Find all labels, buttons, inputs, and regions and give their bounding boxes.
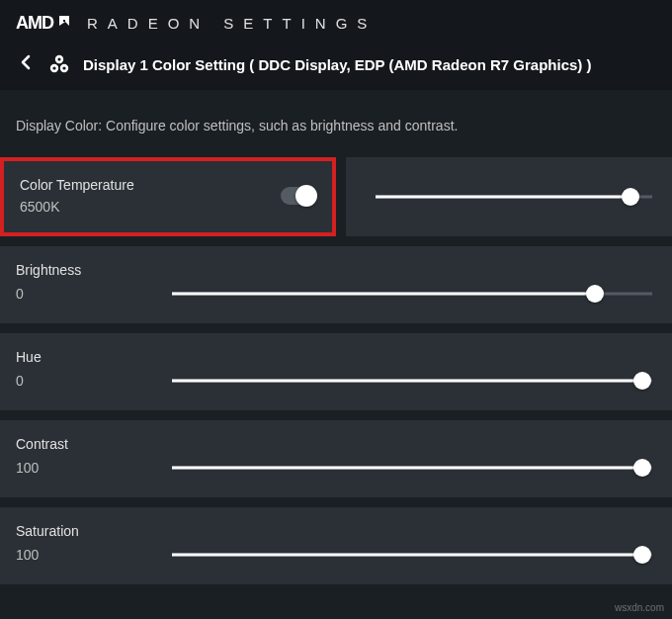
- setting-row-contrast: Contrast100: [0, 420, 672, 497]
- setting-row-saturation: Saturation100: [0, 507, 672, 584]
- page-title: Display 1 Color Setting ( DDC Display, E…: [83, 56, 592, 73]
- setting-row-brightness: Brightness0: [0, 246, 672, 323]
- svg-point-3: [57, 57, 60, 60]
- setting-slider-saturation[interactable]: [172, 545, 652, 565]
- setting-slider-contrast[interactable]: [172, 458, 652, 478]
- setting-slider-hue[interactable]: [172, 371, 652, 391]
- amd-logo: AMD: [16, 12, 73, 35]
- color-temperature-label: Color Temperature: [20, 177, 134, 193]
- svg-point-4: [52, 66, 55, 69]
- amd-arrow-icon: [55, 12, 73, 35]
- brand-row: AMD RADEON SETTINGS: [16, 12, 656, 35]
- nav-row: Display 1 Color Setting ( DDC Display, E…: [16, 52, 656, 76]
- setting-value: 100: [16, 547, 43, 563]
- setting-label: Contrast: [16, 436, 652, 452]
- color-temperature-panel: Color Temperature 6500K: [0, 157, 336, 236]
- app-header: AMD RADEON SETTINGS Display 1 Color Sett…: [0, 0, 672, 90]
- setting-label: Hue: [16, 349, 652, 365]
- color-temperature-slider-panel: [346, 157, 672, 236]
- setting-slider-brightness[interactable]: [172, 284, 652, 304]
- amd-logo-text: AMD: [16, 13, 53, 34]
- toggle-thumb-icon: [295, 185, 317, 207]
- setting-label: Brightness: [16, 262, 652, 278]
- radeon-icon: [47, 52, 71, 76]
- setting-value: 0: [16, 286, 43, 302]
- watermark: wsxdn.com: [615, 602, 664, 613]
- svg-point-5: [62, 66, 65, 69]
- color-temperature-row: Color Temperature 6500K: [0, 157, 672, 236]
- setting-value: 0: [16, 373, 43, 389]
- back-button[interactable]: [16, 54, 36, 75]
- color-temperature-value: 6500K: [20, 199, 134, 215]
- color-temperature-slider[interactable]: [376, 187, 652, 207]
- color-temperature-toggle[interactable]: [281, 187, 316, 205]
- app-title: RADEON SETTINGS: [87, 15, 377, 32]
- page-description: Display Color: Configure color settings,…: [0, 90, 672, 157]
- setting-value: 100: [16, 460, 43, 476]
- setting-row-hue: Hue0: [0, 333, 672, 410]
- setting-label: Saturation: [16, 523, 652, 539]
